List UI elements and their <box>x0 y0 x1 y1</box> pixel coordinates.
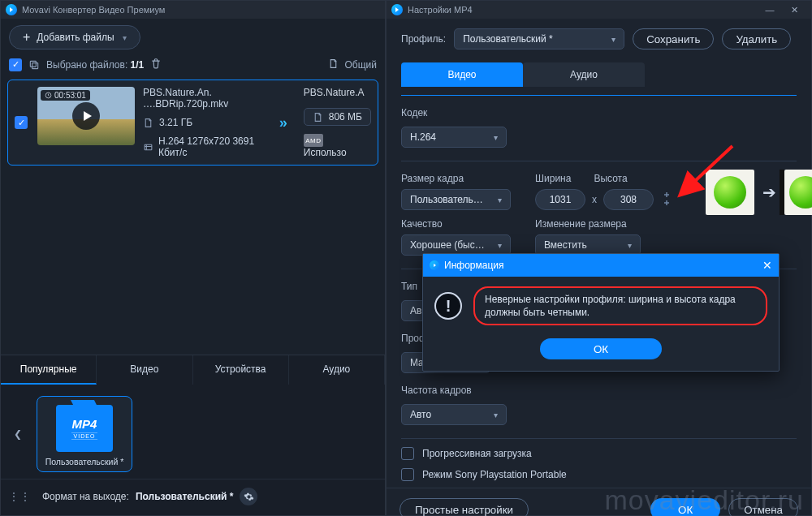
dialog-title: Информация <box>444 260 503 271</box>
convert-arrow-icon: » <box>279 114 287 131</box>
progressive-checkbox-row[interactable]: Прогрессивная загрузка <box>401 447 797 460</box>
alert-icon: ! <box>434 292 462 320</box>
tab-video-settings[interactable]: Видео <box>401 62 523 87</box>
tab-audio-settings[interactable]: Аудио <box>523 62 645 87</box>
frame-size-label: Размер кадра <box>401 173 511 184</box>
file-icon <box>313 112 324 123</box>
file-name: PBS.Nature.An. ….BDRip.720p.mkv <box>143 87 271 110</box>
settings-titlebar: Настройки MP4 ― ✕ <box>387 1 811 19</box>
ok-button[interactable]: ОК <box>650 498 720 516</box>
preset-tabs: Популярные Видео Устройства Аудио <box>1 355 385 385</box>
width-input[interactable]: 1031 <box>535 189 585 210</box>
checkbox-icon[interactable] <box>401 468 414 481</box>
resize-label: Изменение размера <box>535 218 672 230</box>
file-codec-info: H.264 1276x720 3691 Кбит/с <box>158 135 271 158</box>
profile-label: Профиль: <box>401 33 446 45</box>
checkbox-icon[interactable] <box>401 447 414 460</box>
app-logo-icon <box>391 4 403 15</box>
select-all-checkbox[interactable]: ✓ <box>9 58 22 71</box>
preview-original <box>706 170 754 215</box>
settings-title: Настройки MP4 <box>408 5 473 15</box>
resize-preview: ➔ <box>706 170 812 215</box>
height-label: Высота <box>594 173 627 184</box>
main-titlebar: Movavi Конвертер Видео Премиум <box>1 1 385 19</box>
preset-prev-button[interactable]: ❮ <box>9 428 27 440</box>
document-icon <box>328 58 339 71</box>
selected-count-label: Выбрано файлов: 1/1 <box>46 59 144 71</box>
delete-profile-button[interactable]: Удалить <box>722 28 791 49</box>
app-logo-icon <box>6 4 17 15</box>
codec-label: Кодек <box>401 107 797 118</box>
cancel-button[interactable]: Отмена <box>728 498 798 516</box>
tab-audio[interactable]: Аудио <box>289 355 385 385</box>
settings-footer: Простые настройки ОК Отмена <box>387 488 811 516</box>
codec-icon <box>143 142 153 153</box>
frame-size-select[interactable]: Пользователь…▾ <box>401 189 511 210</box>
width-label: Ширина <box>535 173 571 184</box>
delete-selected-button[interactable] <box>150 58 162 71</box>
chevron-down-icon: ▾ <box>494 133 498 142</box>
chevron-down-icon: ▾ <box>498 241 502 250</box>
add-files-button[interactable]: + Добавить файлы ▾ <box>9 25 140 49</box>
height-input[interactable]: 308 <box>603 189 654 210</box>
plus-icon: + <box>23 30 30 45</box>
output-name: PBS.Nature.A <box>304 87 365 100</box>
simple-settings-button[interactable]: Простые настройки <box>400 498 529 516</box>
dialog-message: Неверные настройки профиля: ширина и выс… <box>473 286 767 325</box>
file-icon <box>143 118 154 128</box>
svg-rect-3 <box>145 144 152 150</box>
svg-rect-0 <box>32 62 38 68</box>
output-format-label: Формат на выходе: <box>42 491 129 502</box>
preview-result <box>784 170 812 215</box>
quality-label: Качество <box>401 218 511 230</box>
codec-select[interactable]: H.264▾ <box>401 127 507 148</box>
dialog-ok-button[interactable]: ОК <box>540 338 662 359</box>
dialog-close-button[interactable]: ✕ <box>762 259 772 272</box>
output-size-pill[interactable]: 806 МБ <box>304 108 371 126</box>
info-dialog: Информация ✕ ! Неверные настройки профил… <box>422 253 780 372</box>
tab-video[interactable]: Видео <box>97 355 192 385</box>
file-output: PBS.Nature.A 806 МБ AMD Использо <box>299 87 371 158</box>
preset-card[interactable]: MP4 VIDEO Пользовательский * <box>37 396 132 472</box>
preset-row: ❮ MP4 VIDEO Пользовательский * <box>1 385 385 479</box>
file-thumbnail[interactable]: 00:53:01 <box>37 87 135 145</box>
main-window: Movavi Конвертер Видео Премиум + Добавит… <box>0 0 386 516</box>
play-icon[interactable] <box>72 102 100 130</box>
bottom-panel: Популярные Видео Устройства Аудио ❮ MP4 … <box>1 355 385 515</box>
preset-mp4-icon: MP4 VIDEO <box>56 405 113 452</box>
media-tabs: Видео Аудио <box>401 62 797 87</box>
tab-devices[interactable]: Устройства <box>193 355 289 385</box>
info-icon <box>430 260 439 270</box>
minimize-button[interactable]: ― <box>758 1 782 19</box>
output-format-bar: ⋮⋮ Формат на выходе: Пользовательский * <box>1 479 385 515</box>
settings-gear-button[interactable] <box>240 488 257 505</box>
psp-checkbox-row[interactable]: Режим Sony Playstation Portable <box>401 468 797 481</box>
file-size: 3.21 ГБ <box>159 117 192 128</box>
file-checkbox[interactable]: ✓ <box>15 116 28 129</box>
dialog-titlebar: Информация ✕ <box>423 254 779 277</box>
main-title: Movavi Конвертер Видео Премиум <box>22 5 165 15</box>
grip-icon[interactable]: ⋮⋮ <box>9 491 32 502</box>
add-files-label: Добавить файлы <box>37 32 114 43</box>
chevron-down-icon: ▾ <box>628 241 632 250</box>
x-separator: x <box>590 194 598 205</box>
profile-select[interactable]: Пользовательский *▾ <box>454 28 624 49</box>
output-format-value: Пользовательский * <box>136 491 234 502</box>
chevron-down-icon: ▾ <box>611 35 615 44</box>
total-size-label: Общий <box>345 59 378 71</box>
save-profile-button[interactable]: Сохранить <box>633 28 714 49</box>
chevron-down-icon: ▾ <box>494 411 498 419</box>
selection-bar: ✓ Выбрано файлов: 1/1 Общий <box>1 56 385 78</box>
file-meta: PBS.Nature.An. ….BDRip.720p.mkv 3.21 ГБ … <box>143 87 271 158</box>
psp-label: Режим Sony Playstation Portable <box>422 469 567 480</box>
link-aspect-icon[interactable] <box>662 191 672 209</box>
progressive-label: Прогрессивная загрузка <box>422 448 532 459</box>
close-button[interactable]: ✕ <box>782 1 806 19</box>
file-card[interactable]: ✓ 00:53:01 PBS.Nature.An. ….BDRip.720p.m… <box>7 80 378 166</box>
preset-label: Пользовательский * <box>45 457 124 467</box>
tab-popular[interactable]: Популярные <box>1 355 97 385</box>
fps-select[interactable]: Авто▾ <box>401 404 507 425</box>
gpu-badge: AMD <box>304 134 323 147</box>
arrow-right-icon: ➔ <box>762 183 776 202</box>
chevron-down-icon: ▾ <box>123 33 127 42</box>
